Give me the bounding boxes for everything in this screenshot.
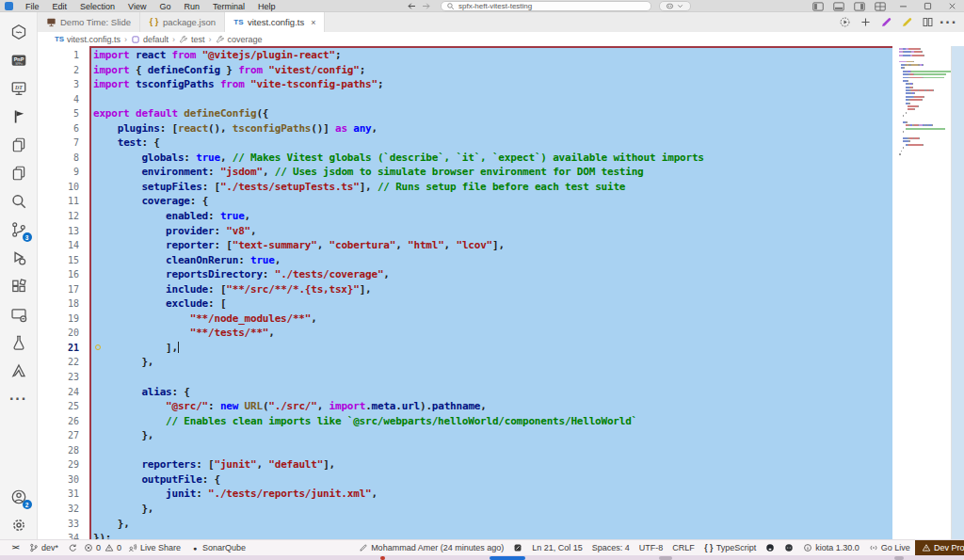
- line-number[interactable]: 34: [38, 531, 89, 539]
- code-line-34[interactable]: });: [93, 531, 892, 539]
- line-number[interactable]: 18: [38, 296, 89, 312]
- status-remote-indicator[interactable]: ><: [6, 540, 24, 556]
- code-line-33[interactable]: },: [93, 517, 892, 532]
- minimize-button[interactable]: [891, 0, 915, 12]
- breadcrumb-item-vitest.config.ts[interactable]: TSvitest.config.ts: [55, 35, 120, 44]
- line-number[interactable]: 11: [38, 194, 89, 209]
- tab-close-icon[interactable]: ×: [311, 18, 315, 27]
- status-encoding[interactable]: UTF-8: [635, 540, 668, 556]
- close-button[interactable]: [940, 0, 964, 12]
- line-number[interactable]: 12: [38, 209, 89, 224]
- code-line-19[interactable]: "**/node_modules/**",: [93, 312, 892, 327]
- menu-selection[interactable]: Selection: [73, 0, 121, 12]
- add-slide-button[interactable]: [860, 16, 872, 28]
- code-line-5[interactable]: export default defineConfig({: [93, 106, 892, 121]
- code-line-6[interactable]: plugins: [react(), tsconfigPaths()] as a…: [93, 121, 892, 136]
- activity-settings[interactable]: [4, 511, 34, 539]
- code-line-18[interactable]: exclude: [: [93, 296, 892, 312]
- line-number[interactable]: 14: [38, 238, 89, 253]
- more-actions-button[interactable]: ···: [942, 16, 955, 28]
- code-line-22[interactable]: },: [93, 355, 892, 370]
- activity-run-and-debug[interactable]: [4, 244, 34, 272]
- line-number[interactable]: 30: [38, 472, 89, 488]
- menu-view[interactable]: View: [121, 0, 153, 12]
- toggle-sidebar-icon[interactable]: [812, 1, 824, 12]
- status-live-share[interactable]: Live Share: [123, 540, 185, 556]
- pen-tool-button[interactable]: [880, 16, 892, 28]
- highlighter-tool-button[interactable]: [901, 16, 913, 28]
- line-number[interactable]: 3: [38, 77, 89, 92]
- status-github[interactable]: [761, 540, 779, 556]
- toggle-panel-icon[interactable]: [833, 1, 844, 12]
- line-number[interactable]: 33: [38, 517, 89, 532]
- editor-scrollbar[interactable]: [951, 46, 964, 539]
- line-number[interactable]: 24: [38, 385, 89, 400]
- minimap[interactable]: [899, 48, 951, 539]
- line-number[interactable]: 4: [38, 92, 89, 107]
- status-git-blame[interactable]: Mohammad Amer (24 minutes ago): [354, 540, 508, 556]
- line-number[interactable]: 16: [38, 267, 89, 282]
- code-line-1[interactable]: import react from "@vitejs/plugin-react"…: [93, 48, 892, 63]
- code-line-8[interactable]: globals: true, // Makes Vitest globals (…: [93, 151, 892, 166]
- start-presentation-button[interactable]: [839, 16, 851, 28]
- line-number[interactable]: 9: [38, 165, 89, 180]
- code-line-10[interactable]: setupFiles: ["./tests/setupTests.ts"], /…: [93, 180, 892, 195]
- status-dev-proxy[interactable]: Dev Proxy 0.27.0: [915, 540, 964, 556]
- line-number[interactable]: 5: [38, 106, 89, 121]
- line-number[interactable]: 10: [38, 180, 89, 195]
- line-number[interactable]: 28: [38, 443, 89, 458]
- line-number[interactable]: 20: [38, 326, 89, 341]
- line-number[interactable]: 1: [38, 48, 89, 63]
- editor[interactable]: 1234567891011121314151617181920212223242…: [38, 46, 964, 539]
- status-sonarqube[interactable]: ●SonarQube: [185, 540, 250, 556]
- line-number[interactable]: 23: [38, 370, 89, 385]
- status-copilot-status[interactable]: [779, 540, 798, 556]
- status-eol[interactable]: CRLF: [667, 540, 699, 556]
- activity-source-control[interactable]: 3: [4, 216, 34, 244]
- menu-help[interactable]: Help: [251, 0, 282, 12]
- tab-demo-time-slide[interactable]: Demo Time: Slide: [38, 12, 140, 32]
- activity-docs-pages[interactable]: [4, 131, 34, 159]
- command-center-search[interactable]: spfx-heft-vitest-testing: [441, 1, 651, 11]
- line-number[interactable]: 29: [38, 457, 89, 472]
- code-line-15[interactable]: cleanOnRerun: true,: [93, 253, 892, 268]
- activity-search[interactable]: [4, 187, 34, 216]
- code-line-13[interactable]: provider: "v8",: [93, 224, 892, 239]
- line-number[interactable]: 22: [38, 355, 89, 370]
- activity-flag-tool[interactable]: [4, 103, 34, 131]
- code-line-4[interactable]: [93, 92, 892, 107]
- code-line-30[interactable]: outputFile: {: [93, 472, 892, 488]
- status-go-live[interactable]: Go Live: [864, 540, 915, 556]
- breadcrumb-item-coverage[interactable]: coverage: [216, 35, 263, 44]
- code-selection-area[interactable]: import react from "@vitejs/plugin-react"…: [89, 46, 892, 539]
- line-number[interactable]: 8: [38, 151, 89, 166]
- line-number[interactable]: 7: [38, 136, 89, 151]
- tab-package-json[interactable]: { }package.json: [140, 12, 225, 32]
- customize-layout-icon[interactable]: [875, 1, 886, 12]
- menu-file[interactable]: File: [19, 0, 46, 12]
- activity-live-preview[interactable]: [4, 300, 34, 328]
- status-sync-changes[interactable]: [63, 540, 82, 556]
- split-editor-button[interactable]: [922, 16, 934, 28]
- status-gitlens[interactable]: [508, 540, 527, 556]
- history-back-icon[interactable]: [407, 1, 417, 11]
- code-line-12[interactable]: enabled: true,: [93, 209, 892, 224]
- code-line-28[interactable]: [93, 443, 892, 458]
- code-line-31[interactable]: junit: "./tests/reports/junit.xml",: [93, 487, 892, 502]
- tab-vitest-config-ts[interactable]: TSvitest.config.ts×: [225, 12, 325, 32]
- line-number[interactable]: 15: [38, 253, 89, 268]
- line-number[interactable]: 2: [38, 63, 89, 78]
- status-kiota[interactable]: kiota 1.30.0: [798, 540, 864, 556]
- activity-demo-time[interactable]: DT: [4, 74, 34, 103]
- code-line-20[interactable]: "**/tests/**",: [93, 326, 892, 341]
- status-git-branch[interactable]: dev*: [24, 540, 63, 556]
- history-forward-icon[interactable]: [421, 1, 431, 11]
- code-line-14[interactable]: reporter: ["text-summary", "cobertura", …: [93, 238, 892, 253]
- code-line-25[interactable]: "@src/": new URL("./src/", import.meta.u…: [93, 399, 892, 414]
- activity-teams-toolkit[interactable]: [4, 18, 34, 46]
- line-number-gutter[interactable]: 1234567891011121314151617181920212223242…: [38, 48, 89, 539]
- code-line-3[interactable]: import tsconfigPaths from "vite-tsconfig…: [93, 77, 892, 92]
- line-number[interactable]: 32: [38, 502, 89, 517]
- menu-edit[interactable]: Edit: [46, 0, 74, 12]
- code-line-17[interactable]: include: ["**/src/**/*.{ts,tsx}"],: [93, 282, 892, 297]
